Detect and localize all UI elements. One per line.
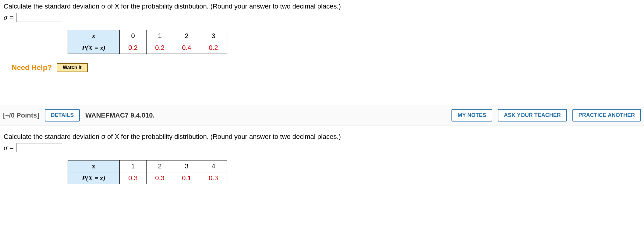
p-value: 0.2 (147, 42, 173, 54)
details-button[interactable]: DETAILS (45, 109, 80, 122)
table-row: x 1 2 3 4 (68, 160, 227, 172)
answer-row: σ = (4, 143, 640, 152)
question-2: Calculate the standard deviation σ of X … (0, 130, 644, 193)
my-notes-button[interactable]: MY NOTES (451, 109, 492, 122)
question-header: [–/0 Points] DETAILS WANEFMAC7 9.4.010. … (0, 105, 644, 125)
sigma-input[interactable] (16, 143, 62, 152)
table-row: x 0 1 2 3 (68, 30, 227, 42)
need-help-row: Need Help? Watch It (12, 63, 640, 72)
table-row: P(X = x) 0.3 0.3 0.1 0.3 (68, 172, 227, 184)
x-value: 1 (120, 160, 147, 172)
p-value: 0.1 (173, 172, 200, 184)
question-ref: WANEFMAC7 9.4.010. (85, 111, 154, 119)
distribution-table: x 0 1 2 3 P(X = x) 0.2 0.2 0.4 0.2 (68, 30, 227, 54)
question-prompt: Calculate the standard deviation σ of X … (4, 2, 640, 10)
x-value: 2 (147, 160, 173, 172)
question-prompt: Calculate the standard deviation σ of X … (4, 133, 640, 141)
distribution-table: x 1 2 3 4 P(X = x) 0.3 0.3 0.1 0.3 (68, 160, 227, 184)
sigma-label: σ = (4, 13, 14, 22)
p-value: 0.2 (200, 42, 227, 54)
watch-it-button[interactable]: Watch It (57, 63, 88, 72)
points-label: [–/0 Points] (3, 111, 39, 119)
x-value: 2 (173, 30, 200, 42)
x-value: 1 (147, 30, 173, 42)
spacer (0, 81, 644, 105)
sigma-label: σ = (4, 144, 14, 152)
answer-row: σ = (4, 13, 640, 22)
x-value: 0 (120, 30, 147, 42)
row-header-p: P(X = x) (68, 42, 120, 54)
p-value: 0.3 (120, 172, 147, 184)
row-header-x: x (68, 160, 120, 172)
table-row: P(X = x) 0.2 0.2 0.4 0.2 (68, 42, 227, 54)
need-help-label: Need Help? (12, 63, 52, 72)
p-value: 0.2 (120, 42, 147, 54)
x-value: 4 (200, 160, 227, 172)
row-header-x: x (68, 30, 120, 42)
question-1: Calculate the standard deviation σ of X … (0, 0, 644, 81)
p-value: 0.3 (147, 172, 173, 184)
p-value: 0.3 (200, 172, 227, 184)
row-header-p: P(X = x) (68, 172, 120, 184)
p-value: 0.4 (173, 42, 200, 54)
x-value: 3 (200, 30, 227, 42)
x-value: 3 (173, 160, 200, 172)
ask-teacher-button[interactable]: ASK YOUR TEACHER (498, 109, 567, 122)
sigma-input[interactable] (16, 13, 62, 22)
practice-another-button[interactable]: PRACTICE ANOTHER (572, 109, 641, 122)
